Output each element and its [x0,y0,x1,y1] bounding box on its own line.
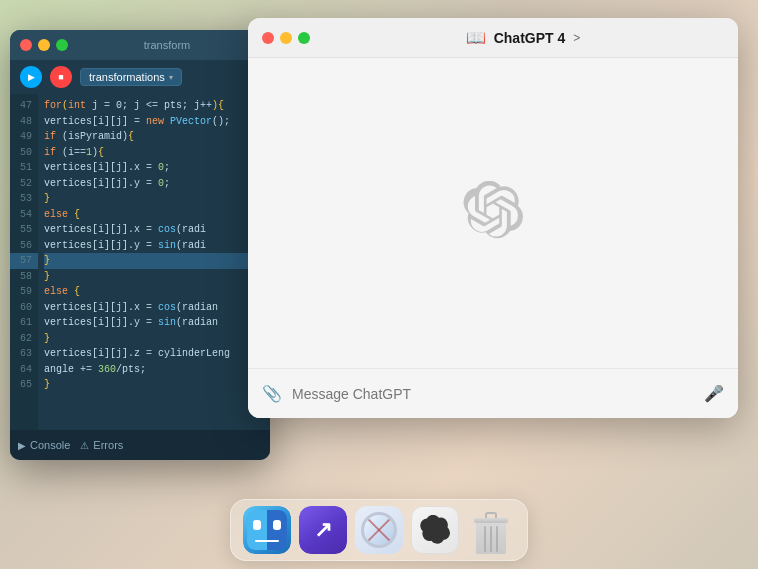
maximize-button[interactable] [56,39,68,51]
chatgpt-window: 📖 ChatGPT 4 > 📎 🎤 [248,18,738,418]
stop-button[interactable]: ■ [50,66,72,88]
dock-item-finder[interactable] [243,506,291,554]
chatgpt-logo [463,181,523,245]
chatgpt-window-title: ChatGPT 4 [494,30,566,46]
desktop: transform ▶ ■ transformations ▾ 47 48 49… [0,0,758,569]
code-line: vertices[i][j].y = sin(radian [44,315,264,331]
chatgpt-book-icon: 📖 [466,28,486,47]
dock-item-safari[interactable] [355,506,403,554]
code-line: vertices[i][j].x = cos(radi [44,222,264,238]
attach-icon[interactable]: 📎 [262,384,282,403]
errors-tab[interactable]: ⚠ Errors [80,439,123,451]
code-toolbar: ▶ ■ transformations ▾ [10,60,270,94]
play-icon: ▶ [28,72,35,82]
chatgpt-input-area: 📎 🎤 [248,368,738,418]
message-input[interactable] [292,386,694,402]
code-titlebar: transform [10,30,270,60]
stop-icon: ■ [58,72,63,82]
line-numbers: 47 48 49 50 51 52 53 54 55 56 57 58 59 6… [10,94,38,434]
dock-item-pockity[interactable]: ↗ [299,506,347,554]
code-line: if (isPyramid){ [44,129,264,145]
code-line: vertices[i][j].x = 0; [44,160,264,176]
dock: ↗ [230,499,528,561]
play-button[interactable]: ▶ [20,66,42,88]
chatgpt-maximize-button[interactable] [298,32,310,44]
code-line: } [44,377,264,393]
code-editor-window: transform ▶ ■ transformations ▾ 47 48 49… [10,30,270,460]
transformations-dropdown[interactable]: transformations ▾ [80,68,182,86]
close-button[interactable] [20,39,32,51]
console-label: Console [30,439,70,451]
code-line: angle += 360/pts; [44,362,264,378]
chevron-down-icon: ▾ [169,73,173,82]
minimize-button[interactable] [38,39,50,51]
code-line: vertices[i][j].x = cos(radian [44,300,264,316]
code-line: for(int j = 0; j <= pts; j++){ [44,98,264,114]
dock-item-trash[interactable] [467,506,515,554]
code-line: vertices[i][j].z = cylinderLeng [44,346,264,362]
chatgpt-traffic-lights [262,32,310,44]
code-line: vertices[i][j] = new PVector(); [44,114,264,130]
chatgpt-chevron-right-icon: > [573,31,580,45]
code-line: else { [44,284,264,300]
chatgpt-close-button[interactable] [262,32,274,44]
code-line: } [44,269,264,285]
code-line-highlighted: } [44,253,264,269]
errors-label: Errors [93,439,123,451]
console-tab[interactable]: ▶ Console [18,439,70,451]
dropdown-label: transformations [89,71,165,83]
code-line: else { [44,207,264,223]
chatgpt-minimize-button[interactable] [280,32,292,44]
warning-icon: ⚠ [80,440,89,451]
code-line: vertices[i][j].y = sin(radi [44,238,264,254]
chatgpt-titlebar: 📖 ChatGPT 4 > [248,18,738,58]
code-line: if (i==1){ [44,145,264,161]
chatgpt-title-area: 📖 ChatGPT 4 > [322,28,724,47]
code-line: vertices[i][j].y = 0; [44,176,264,192]
code-line: } [44,331,264,347]
chatgpt-body [248,58,738,368]
window-title: transform [74,39,260,51]
code-line: } [44,191,264,207]
microphone-icon[interactable]: 🎤 [704,384,724,403]
code-body: 47 48 49 50 51 52 53 54 55 56 57 58 59 6… [10,94,270,434]
code-footer: ▶ Console ⚠ Errors [10,430,270,460]
console-icon: ▶ [18,440,26,451]
dock-item-chatgpt[interactable] [411,506,459,554]
code-content: for(int j = 0; j <= pts; j++){ vertices[… [38,94,270,434]
